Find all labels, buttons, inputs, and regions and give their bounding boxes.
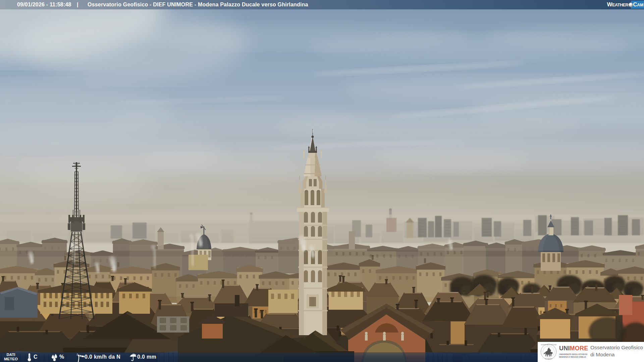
svg-text:UNIVERSITAS STUDIORUM: UNIVERSITAS STUDIORUM <box>541 344 556 346</box>
svg-text:MUTINENSIS: MUTINENSIS <box>545 358 552 360</box>
